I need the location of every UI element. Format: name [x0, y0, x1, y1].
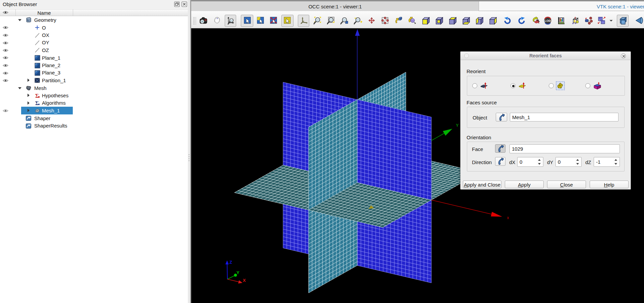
svg-text:Y: Y — [236, 270, 239, 275]
svg-text:Y: Y — [456, 123, 459, 128]
svg-text:Σ: Σ — [35, 93, 39, 99]
svg-text:X: X — [243, 278, 246, 283]
svg-text:Σ: Σ — [35, 100, 39, 106]
svg-text:LOD: LOD — [545, 19, 551, 22]
svg-text:x: x — [507, 215, 509, 220]
svg-text:Z: Z — [229, 260, 232, 265]
